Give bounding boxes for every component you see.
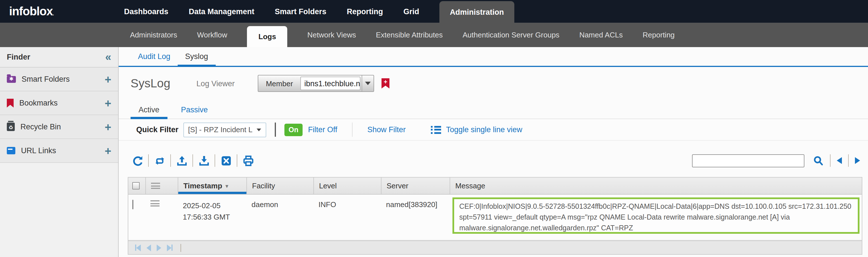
search-icon[interactable] <box>812 155 824 166</box>
toolbar-divider <box>237 154 237 167</box>
add-bookmark-button[interactable]: + <box>105 97 111 109</box>
log-viewer-label: Log Viewer <box>196 79 235 88</box>
top-nav-bar: infoblox. Dashboards Data Management Sma… <box>0 0 868 23</box>
subnav-workflow[interactable]: Workflow <box>197 31 227 39</box>
finder-header: Finder « <box>0 47 118 67</box>
quick-filter-bar: Quick Filter [S] - RPZ Incident L On Fil… <box>119 119 868 141</box>
previous-page-icon[interactable] <box>837 157 842 164</box>
nav-smart-folders[interactable]: Smart Folders <box>275 7 327 15</box>
row-select-cell <box>128 195 145 240</box>
add-url-link-button[interactable]: + <box>105 145 111 156</box>
nav-grid[interactable]: Grid <box>403 7 419 15</box>
column-header-timestamp[interactable]: Timestamp▾ <box>178 178 246 194</box>
highlighted-message-box: CEF:0|Infoblox|NIOS|9.0.5-52728-5501324f… <box>453 197 860 234</box>
subnav-logs-active-tab[interactable]: Logs <box>247 26 287 47</box>
column-header-server[interactable]: Server <box>381 178 450 194</box>
row-menu-cell <box>145 195 178 240</box>
download-button[interactable] <box>198 155 210 166</box>
recycle-bin-icon: ♻ <box>7 123 15 131</box>
subnav-extensible-attributes[interactable]: Extensible Attributes <box>376 31 443 39</box>
add-bookmark-ribbon-icon[interactable]: + <box>381 78 390 89</box>
nav-administration-active-tab[interactable]: Administration <box>440 1 514 23</box>
sidebar-item-smart-folders[interactable]: ✱ Smart Folders + <box>0 67 118 91</box>
print-button[interactable] <box>242 155 254 166</box>
subnav-auth-server-groups[interactable]: Authentication Server Groups <box>463 31 559 39</box>
toolbar-divider <box>848 154 849 167</box>
syslog-header: SysLog Log Viewer Member ibns1.techblue.… <box>119 67 868 100</box>
filter-off-link[interactable]: Filter Off <box>308 125 337 134</box>
add-smart-folder-button[interactable]: + <box>105 73 111 85</box>
sidebar-item-bookmarks[interactable]: Bookmarks + <box>0 91 118 115</box>
grid-toolbar <box>119 141 868 177</box>
app-window: infoblox. Dashboards Data Management Sma… <box>0 0 868 257</box>
main-content: Audit Log Syslog SysLog Log Viewer Membe… <box>119 47 868 257</box>
subnav-named-acls[interactable]: Named ACLs <box>579 31 623 39</box>
expand-recycle-bin-button[interactable]: + <box>105 121 111 132</box>
toolbar-divider <box>192 154 193 167</box>
subnav-administrators[interactable]: Administrators <box>130 31 177 39</box>
first-page-button[interactable] <box>135 244 141 251</box>
column-header-level[interactable]: Level <box>313 178 381 194</box>
quick-filter-label: Quick Filter <box>136 125 179 134</box>
sidebar-item-recycle-bin[interactable]: ♻ Recycle Bin + <box>0 115 118 139</box>
row-menu-icon[interactable] <box>150 200 159 206</box>
next-page-button[interactable] <box>157 244 161 251</box>
sidebar-empty-area <box>0 163 118 257</box>
sidebar-item-label: Recycle Bin <box>21 123 61 131</box>
smart-folder-icon: ✱ <box>7 76 16 83</box>
select-all-checkbox[interactable] <box>132 182 140 190</box>
tab-syslog-active[interactable]: Syslog <box>178 52 215 66</box>
subnav-network-views[interactable]: Network Views <box>307 31 356 39</box>
top-nav-items: Dashboards Data Management Smart Folders… <box>124 0 514 23</box>
show-filter-link[interactable]: Show Filter <box>367 125 406 134</box>
nav-data-management[interactable]: Data Management <box>189 7 254 15</box>
search-input[interactable] <box>692 154 804 167</box>
cell-server: named[383920] <box>381 195 450 240</box>
toolbar-divider <box>215 154 215 167</box>
filter-on-toggle[interactable]: On <box>285 123 303 136</box>
sidebar-item-label: Smart Folders <box>22 75 70 84</box>
tab-passive[interactable]: Passive <box>173 105 216 119</box>
table-search-group <box>692 154 860 167</box>
quick-filter-value: [S] - RPZ Incident L <box>188 125 253 134</box>
sidebar-item-label: URL Links <box>21 147 56 155</box>
member-label: Member <box>258 79 300 88</box>
quick-filter-dropdown[interactable]: [S] - RPZ Incident L <box>184 122 267 137</box>
upload-button[interactable] <box>176 155 187 166</box>
column-menu-icon[interactable] <box>151 183 160 189</box>
infoblox-logo: infoblox. <box>9 4 54 18</box>
header-menu-cell <box>145 178 178 194</box>
chevron-down-icon <box>257 128 261 131</box>
cell-message: CEF:0|Infoblox|NIOS|9.0.5-52728-5501324f… <box>450 195 862 240</box>
row-checkbox[interactable] <box>132 200 133 210</box>
nav-dashboards[interactable]: Dashboards <box>124 7 168 15</box>
pagination-bar <box>128 240 862 254</box>
next-page-icon[interactable] <box>855 157 860 164</box>
member-dropdown-button[interactable] <box>362 75 374 91</box>
table-row[interactable]: 2025-02-05 17:56:33 GMT daemon INFO name… <box>128 195 862 240</box>
restart-services-button[interactable] <box>154 155 165 166</box>
tab-audit-log[interactable]: Audit Log <box>130 52 178 66</box>
subnav-reporting[interactable]: Reporting <box>643 31 675 39</box>
clear-button[interactable] <box>220 155 231 166</box>
nav-reporting[interactable]: Reporting <box>347 7 383 15</box>
column-header-facility[interactable]: Facility <box>246 178 313 194</box>
finder-title: Finder <box>7 53 30 61</box>
previous-page-button[interactable] <box>147 244 151 251</box>
sidebar-item-url-links[interactable]: URL Links + <box>0 139 118 163</box>
divider <box>352 123 352 137</box>
column-header-message[interactable]: Message <box>450 178 862 194</box>
member-value-field[interactable]: ibns1.techblue.net <box>300 76 361 90</box>
cell-level: INFO <box>313 195 381 240</box>
member-selector[interactable]: Member ibns1.techblue.net <box>258 75 374 92</box>
url-links-icon <box>7 147 15 154</box>
last-page-button[interactable] <box>167 244 173 251</box>
single-line-view-icon[interactable] <box>431 126 441 134</box>
tab-active[interactable]: Active <box>130 105 167 119</box>
sidebar-item-label: Bookmarks <box>19 99 58 107</box>
state-tabs: Active Passive <box>119 100 868 119</box>
collapse-sidebar-icon[interactable]: « <box>105 52 111 62</box>
sort-desc-icon: ▾ <box>226 183 228 189</box>
refresh-button[interactable] <box>132 155 143 166</box>
toggle-single-line-view-link[interactable]: Toggle single line view <box>446 125 522 134</box>
